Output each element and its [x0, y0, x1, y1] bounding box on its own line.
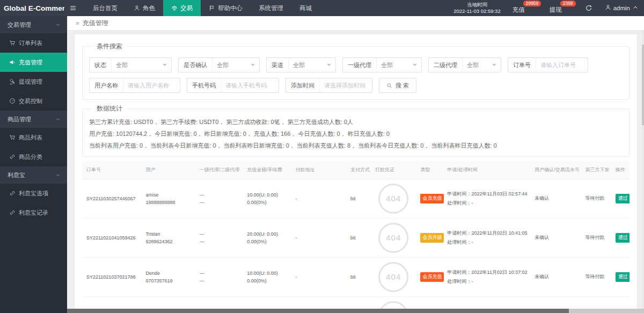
status-field: 状态全部	[89, 57, 172, 72]
agent-level2-label: 二级代理	[429, 58, 463, 72]
user-icon	[605, 4, 611, 12]
sidebar-item-withdraw-management[interactable]: 提现管理	[0, 72, 67, 91]
link-icon	[9, 209, 16, 216]
top-nav-help-center[interactable]: 帮助中心	[201, 0, 251, 16]
sidebar-item-label: 利息宝选项	[19, 190, 48, 198]
withdraw-shortcut[interactable]: 提现 2369	[550, 0, 562, 16]
refresh-icon[interactable]	[580, 0, 597, 16]
sidebar-item-order-list[interactable]: 订单列表	[0, 33, 67, 53]
cell-order-no: SY2211030257446067	[82, 179, 141, 218]
table-row: SY2211021037021788Dende0707357619------1…	[82, 257, 630, 296]
sidebar-item-label: 订单列表	[19, 39, 42, 47]
sidebar-item-recharge-management[interactable]: 充值管理	[0, 53, 67, 72]
cell-user: amise18888888888	[141, 179, 195, 218]
status-label: 状态	[90, 58, 112, 72]
phone-input[interactable]	[221, 78, 279, 92]
type-badge: 会员充值	[420, 272, 444, 282]
column-header: 一级代理/二级代理	[195, 161, 243, 179]
cell-type: 会员充值	[416, 257, 443, 296]
cell-third-party: 等待付款	[581, 179, 611, 218]
vertical-scrollbar-thumb[interactable]	[642, 45, 644, 125]
recharge-count-badge: 29959	[523, 1, 541, 6]
cell-address: -	[291, 218, 346, 257]
sidebar-item-label: 商品列表	[19, 134, 42, 142]
sidebar-group-label: 交易管理	[8, 21, 31, 29]
stat-line: 用户充值: 10120744.2， 今日新增充值: 0， 昨日新增充值: 0， …	[89, 130, 623, 138]
channel-select[interactable]: 全部	[289, 58, 335, 72]
sidebar-group-product-management[interactable]: 商品管理	[0, 111, 67, 128]
order-no-input[interactable]	[536, 58, 588, 72]
cell-type: 会员充值	[416, 179, 443, 218]
top-nav-system[interactable]: 系统管理	[251, 0, 291, 16]
page-title: 充值管理	[83, 19, 108, 28]
sidebar-item-trade-control[interactable]: 交易控制	[0, 91, 67, 111]
confirmed-select[interactable]: 全部	[213, 58, 259, 72]
cell-user-confirm: 未确认	[530, 218, 581, 257]
flag-icon	[209, 5, 215, 11]
cell-pay-method: bit	[346, 218, 371, 257]
hamburger-icon[interactable]	[64, 0, 82, 16]
sidebar-item-label: 提现管理	[19, 78, 42, 86]
cell-time: 申请时间：2022年11月02日 10:41:05处理时间：-	[443, 218, 531, 257]
cell-order-no: SY2211021037021788	[82, 257, 141, 296]
cell-third-party: 等待付款	[581, 257, 611, 296]
sidebar-group-trade-management[interactable]: 交易管理	[0, 16, 67, 33]
sidebar-item-interest-records[interactable]: 利息宝记录	[0, 203, 67, 222]
cart-icon	[9, 40, 16, 46]
cell-agents: ------	[195, 218, 243, 257]
voucher-404-image[interactable]: 404	[378, 262, 408, 292]
approve-button[interactable]: 通过	[616, 272, 630, 282]
sidebar-item-interest-options[interactable]: 利息宝选项	[0, 184, 67, 203]
approve-button[interactable]: 通过	[616, 194, 630, 203]
horizontal-scrollbar[interactable]	[67, 309, 644, 313]
column-header: 用户	[141, 161, 195, 179]
sidebar-group-label: 利息宝	[8, 171, 25, 179]
stats-legend: 数据统计	[92, 104, 127, 113]
horizontal-scrollbar-thumb[interactable]	[67, 309, 569, 313]
column-header: 用户确认/交易流水号	[530, 161, 581, 179]
agent-level1-select[interactable]: 全部	[377, 58, 421, 72]
topbar-right: 当地时间 2022-11-03 02:59:32 充值 29959 提现 236…	[453, 0, 644, 16]
agent-level2-select[interactable]: 全部	[463, 58, 501, 72]
table-row: SY2211030257446067amise18888888888------…	[82, 179, 630, 218]
cell-voucher: 404	[371, 179, 416, 218]
sidebar-group-interest-treasure[interactable]: 利息宝	[0, 166, 67, 184]
recharge-shortcut-label: 充值	[513, 6, 525, 14]
username-label: 用户名称	[90, 78, 123, 92]
voucher-404-image[interactable]: 404	[378, 184, 408, 214]
stat-line: 第三方累计充值: USDT0， 第三方手续费: USDT0， 第三方成功收款: …	[89, 118, 623, 126]
agent-level1-field: 一级代理全部	[342, 57, 422, 72]
cell-voucher: 404	[371, 218, 416, 257]
column-header: 订单号	[82, 161, 141, 179]
sidebar-item-product-list[interactable]: 商品列表	[0, 128, 67, 147]
add-time-input[interactable]	[320, 78, 372, 92]
username: admin	[613, 5, 630, 11]
stat-line: 当前列表用户充值: 0， 当前列表今日新增充值: 0， 当前列表昨日新增充值: …	[89, 142, 623, 150]
gavel-icon	[9, 78, 16, 85]
approve-button[interactable]: 通过	[616, 233, 630, 243]
recharge-shortcut[interactable]: 充值 29959	[513, 0, 525, 16]
vertical-scrollbar[interactable]	[642, 31, 644, 309]
user-menu[interactable]: admin	[605, 0, 639, 16]
top-nav-roles[interactable]: 角色	[126, 0, 163, 16]
cell-action: 通过	[611, 257, 630, 296]
status-select[interactable]: 全部	[112, 58, 171, 72]
type-badge: 会员充值	[420, 194, 444, 203]
voucher-404-image[interactable]: 404	[378, 223, 408, 253]
add-time-field: 添加时间	[286, 78, 372, 93]
sidebar-item-label: 充值管理	[19, 59, 42, 67]
caret-down-icon	[492, 64, 496, 68]
top-nav-trade[interactable]: 交易	[163, 0, 201, 16]
withdraw-shortcut-label: 提现	[550, 6, 562, 14]
type-badge: 会员升级	[420, 233, 444, 243]
top-nav-home[interactable]: 后台首页	[85, 0, 126, 16]
search-row-1: 状态全部是否确认全部渠道全部一级代理全部二级代理全部订单号	[89, 57, 623, 72]
link-icon	[9, 190, 16, 196]
cell-type: 会员升级	[416, 218, 443, 257]
top-nav-mall[interactable]: 商城	[291, 0, 320, 16]
sidebar-item-product-category[interactable]: 商品分类	[0, 147, 67, 166]
search-button[interactable]: 搜 索	[379, 78, 416, 93]
cell-user: Tristan9289624362	[141, 218, 195, 257]
chevron-up-icon	[632, 4, 639, 11]
username-input[interactable]	[123, 78, 180, 92]
